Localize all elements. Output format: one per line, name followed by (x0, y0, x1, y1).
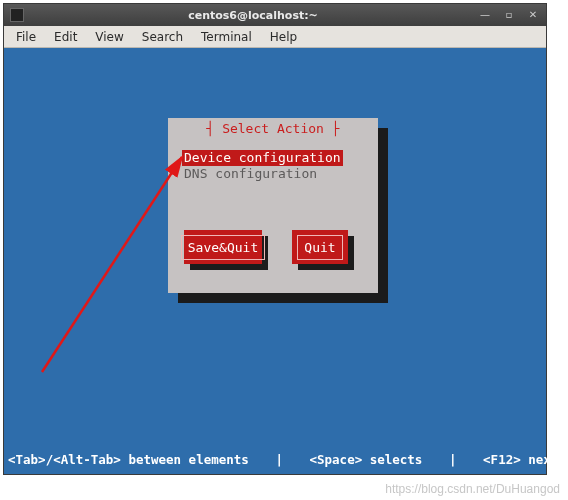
status-right: <F12> next screen (479, 452, 568, 467)
window-controls: — ▫ ✕ (476, 8, 542, 22)
status-mid: <Space> selects (306, 452, 427, 467)
status-left: <Tab>/<Alt-Tab> between elements (4, 452, 253, 467)
window-titlebar[interactable]: centos6@localhost:~ — ▫ ✕ (4, 4, 546, 26)
menubar: File Edit View Search Terminal Help (4, 26, 546, 48)
menu-terminal[interactable]: Terminal (193, 28, 260, 46)
terminal-window: centos6@localhost:~ — ▫ ✕ File Edit View… (3, 3, 547, 475)
status-bar: <Tab>/<Alt-Tab> between elements | <Spac… (4, 450, 546, 468)
menu-file[interactable]: File (8, 28, 44, 46)
dialog-title: ┤ Select Action ├ (168, 120, 378, 136)
menu-item-device-configuration[interactable]: Device configuration (182, 150, 343, 166)
minimize-button[interactable]: — (476, 8, 494, 22)
watermark-text: https://blog.csdn.net/DuHuangod (385, 482, 560, 496)
terminal-viewport[interactable]: ┤ Select Action ├ Device configuration D… (4, 48, 546, 474)
window-title: centos6@localhost:~ (30, 9, 476, 22)
maximize-button[interactable]: ▫ (500, 8, 518, 22)
save-quit-button[interactable]: Save&Quit (184, 230, 262, 264)
select-action-dialog: ┤ Select Action ├ Device configuration D… (168, 118, 378, 293)
menu-search[interactable]: Search (134, 28, 191, 46)
close-button[interactable]: ✕ (524, 8, 542, 22)
window-app-icon (10, 8, 24, 22)
menu-help[interactable]: Help (262, 28, 305, 46)
menu-edit[interactable]: Edit (46, 28, 85, 46)
quit-button[interactable]: Quit (292, 230, 348, 264)
menu-view[interactable]: View (87, 28, 131, 46)
menu-item-dns-configuration[interactable]: DNS configuration (182, 166, 319, 182)
svg-line-0 (42, 157, 182, 372)
